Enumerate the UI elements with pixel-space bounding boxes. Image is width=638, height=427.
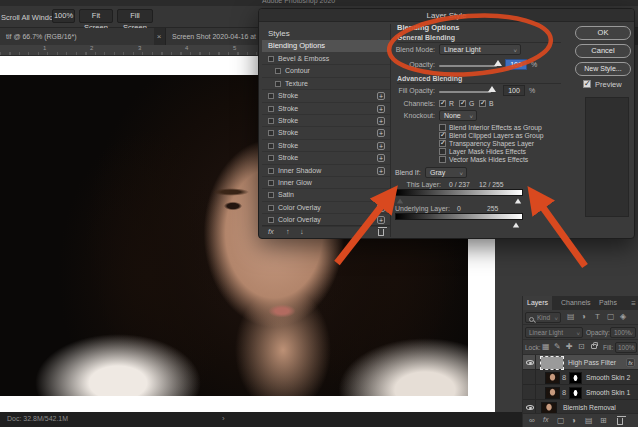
blend-if-dropdown[interactable]: Gray ˅ <box>425 167 467 178</box>
channel-b-checkbox[interactable] <box>479 100 486 107</box>
styles-item[interactable]: Color Overlay+ <box>262 202 390 214</box>
add-effect-icon[interactable]: + <box>377 129 385 137</box>
fill-opacity-slider[interactable] <box>439 91 491 93</box>
layer-blend-mode-dropdown[interactable]: Linear Light ˅ <box>525 327 583 338</box>
styles-item[interactable]: Inner Glow <box>262 177 390 189</box>
add-effect-icon[interactable]: + <box>377 92 385 100</box>
lock-all-icon[interactable] <box>591 344 597 349</box>
mask-link-icon[interactable]: 8 <box>562 373 566 382</box>
this-layer-gradient-bar[interactable] <box>395 189 523 196</box>
underlying-white-handle[interactable] <box>513 223 519 228</box>
cancel-button[interactable]: Cancel <box>575 44 631 58</box>
layer-row-high-pass[interactable]: High Pass Filter fx <box>523 355 638 370</box>
move-effect-down-icon[interactable]: ↓ <box>300 227 304 236</box>
styles-item[interactable]: Stroke+ <box>262 152 390 164</box>
knockout-dropdown[interactable]: None ˅ <box>439 110 477 121</box>
eye-icon[interactable] <box>526 360 534 365</box>
dialog-title-bar[interactable]: Layer Style <box>259 9 634 22</box>
delete-layer-icon[interactable] <box>617 418 623 425</box>
style-checkbox[interactable] <box>268 155 274 161</box>
mask-link-icon[interactable]: 8 <box>562 388 566 397</box>
visibility-cell[interactable] <box>523 385 536 400</box>
eye-icon[interactable] <box>526 405 534 410</box>
layer-thumbnail[interactable] <box>541 402 557 414</box>
zoom-100-button[interactable]: 100% <box>52 9 75 23</box>
layer-opacity-dropdown[interactable]: 100% ˅ <box>610 327 636 338</box>
styles-item[interactable]: Stroke+ <box>262 127 390 139</box>
preview-checkbox[interactable] <box>583 80 591 88</box>
underlying-gradient-bar[interactable] <box>395 213 523 220</box>
group-icon[interactable]: ▤ <box>585 416 593 425</box>
status-chevron-icon[interactable]: › <box>222 414 225 423</box>
styles-item[interactable]: Contour <box>262 65 390 77</box>
styles-item[interactable]: Stroke+ <box>262 103 390 115</box>
new-layer-icon[interactable]: ⊞ <box>600 416 607 425</box>
opacity-slider-handle[interactable] <box>494 60 502 66</box>
layer-thumbnail[interactable] <box>545 387 560 399</box>
tab-close-icon[interactable]: × <box>154 28 164 45</box>
fill-opacity-value[interactable]: 100 <box>503 85 525 96</box>
adjustment-layer-icon[interactable]: ◑ <box>571 416 576 425</box>
add-effect-icon[interactable]: + <box>377 117 385 125</box>
style-checkbox[interactable] <box>268 118 274 124</box>
add-effect-icon[interactable]: + <box>377 154 385 162</box>
styles-item[interactable]: Stroke+ <box>262 140 390 152</box>
channel-g-checkbox[interactable] <box>459 100 466 107</box>
style-checkbox[interactable] <box>268 192 274 198</box>
visibility-cell[interactable] <box>523 370 536 385</box>
opacity-value[interactable]: 100 <box>505 59 527 70</box>
layer-mask-thumbnail[interactable] <box>569 387 582 399</box>
style-checkbox[interactable] <box>275 81 281 87</box>
blend-mode-dropdown[interactable]: Linear Light ˅ <box>439 44 521 55</box>
style-checkbox[interactable] <box>268 106 274 112</box>
add-effect-icon[interactable]: + <box>377 105 385 113</box>
delete-effect-icon[interactable] <box>378 229 384 236</box>
tab-layers[interactable]: Layers <box>523 296 552 310</box>
link-layers-icon[interactable]: ∞ <box>529 416 535 425</box>
style-checkbox[interactable] <box>268 143 274 149</box>
document-tab-1[interactable]: tif @ 66.7% (RGB/16*) <box>0 28 154 45</box>
fill-screen-button[interactable]: Fill Screen <box>117 9 153 23</box>
layer-mask-hides-checkbox[interactable] <box>439 148 446 155</box>
add-mask-icon[interactable]: ▢ <box>557 416 565 425</box>
filter-adjustment-layers-icon[interactable]: ◑ <box>581 312 586 321</box>
tab-channels[interactable]: Channels <box>557 296 595 310</box>
style-checkbox[interactable] <box>268 168 274 174</box>
lock-transparency-icon[interactable]: ▦ <box>542 342 550 351</box>
layer-row-smooth-skin-1[interactable]: 8 Smooth Skin 1 <box>523 385 638 400</box>
styles-item-blending-options[interactable]: Blending Options <box>262 40 390 52</box>
layer-row-smooth-skin-2[interactable]: 8 Smooth Skin 2 <box>523 370 638 385</box>
layer-thumbnail[interactable] <box>545 372 560 384</box>
filter-type-layers-icon[interactable]: T <box>595 312 600 321</box>
tab-paths[interactable]: Paths <box>595 296 621 310</box>
styles-item[interactable]: Texture <box>262 78 390 90</box>
add-effect-icon[interactable]: + <box>377 167 385 175</box>
this-layer-white-handle[interactable] <box>515 199 521 204</box>
layer-style-icon[interactable]: fx <box>543 416 548 423</box>
layer-fill-dropdown[interactable]: 100% <box>615 342 637 353</box>
transparency-shapes-checkbox[interactable] <box>439 140 446 147</box>
blend-clipped-checkbox[interactable] <box>439 132 446 139</box>
fill-opacity-slider-handle[interactable] <box>488 86 496 92</box>
move-effect-up-icon[interactable]: ↑ <box>286 227 290 236</box>
style-checkbox[interactable] <box>268 56 274 62</box>
styles-item[interactable]: Stroke+ <box>262 90 390 102</box>
style-checkbox[interactable] <box>268 205 274 211</box>
add-effect-icon[interactable]: + <box>377 204 385 212</box>
style-checkbox[interactable] <box>268 180 274 186</box>
add-effect-icon[interactable]: + <box>377 216 385 224</box>
this-layer-black-handle[interactable] <box>397 199 403 204</box>
fx-icon[interactable]: fx <box>268 227 274 236</box>
style-checkbox[interactable] <box>268 93 274 99</box>
opacity-slider[interactable] <box>439 65 497 67</box>
styles-item[interactable]: Inner Shadow+ <box>262 165 390 177</box>
lock-artboard-icon[interactable]: ⊡ <box>578 342 585 351</box>
filter-kind-dropdown[interactable]: Kind ˅ <box>525 312 561 323</box>
filter-shape-layers-icon[interactable]: ▢ <box>607 312 615 321</box>
layer-thumbnail[interactable] <box>541 357 563 369</box>
new-style-button[interactable]: New Style... <box>575 62 631 76</box>
styles-item[interactable]: Bevel & Emboss <box>262 53 390 65</box>
style-checkbox[interactable] <box>275 68 281 74</box>
lock-pixels-icon[interactable]: ✎ <box>554 342 561 351</box>
styles-item[interactable]: Stroke+ <box>262 115 390 127</box>
